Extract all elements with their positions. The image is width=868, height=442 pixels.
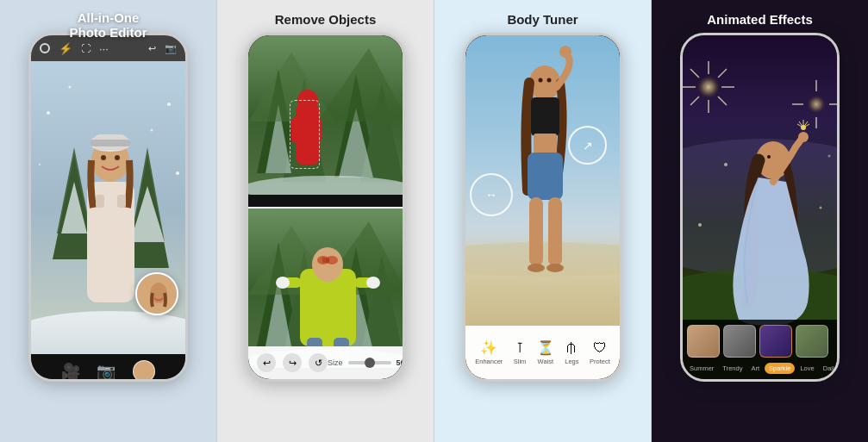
p4-bottom-panel: Summer Trendy Art Sparkle Love Daily — [683, 320, 837, 379]
svg-point-18 — [69, 86, 72, 89]
waist-adjuster-top[interactable]: ↗ — [568, 126, 607, 165]
body-adjuster-left[interactable]: ↔ — [470, 173, 513, 216]
avatar-bottom[interactable] — [133, 360, 155, 379]
svg-point-64 — [547, 78, 552, 83]
svg-point-21 — [39, 164, 41, 165]
svg-point-94 — [806, 94, 827, 115]
circle-icon — [40, 43, 50, 53]
legs-icon: ⫛ — [565, 340, 578, 356]
svg-rect-67 — [534, 134, 557, 155]
legs-label: Legs — [565, 358, 578, 365]
tab-daily[interactable]: Daily — [820, 363, 837, 374]
size-value: 50 — [397, 358, 403, 367]
svg-point-17 — [47, 111, 50, 115]
tab-love[interactable]: Love — [796, 363, 817, 374]
svg-point-22 — [176, 171, 179, 175]
p1-photo-area — [31, 61, 185, 354]
phone-screen-2: ↩ ↪ ↺ Size 50 — [248, 35, 403, 379]
svg-point-1 — [31, 311, 185, 354]
panel-animated-effects: Animated Effects — [652, 0, 868, 442]
svg-point-49 — [312, 247, 343, 282]
size-label: Size — [328, 358, 343, 367]
tab-summer[interactable]: Summer — [686, 363, 717, 374]
svg-rect-69 — [529, 197, 543, 266]
svg-rect-15 — [96, 195, 104, 208]
p4-content: Summer Trendy Art Sparkle Love Daily — [683, 35, 837, 379]
tab-trendy[interactable]: Trendy — [719, 363, 746, 374]
panel-body-tuner: Body Tuner — [434, 0, 652, 442]
redo-btn[interactable]: ↪ — [283, 353, 302, 372]
panel-remove-objects: Remove Objects — [216, 0, 434, 442]
svg-point-78 — [798, 132, 809, 142]
p2-slider-bar: ↩ ↪ ↺ Size 50 — [248, 346, 403, 379]
slider-thumb[interactable] — [365, 358, 375, 368]
panel-3-title: Body Tuner — [434, 12, 651, 27]
p2-bottom-photo: ↩ ↪ ↺ Size 50 — [248, 207, 403, 380]
svg-rect-68 — [528, 153, 563, 200]
p4-thumbnails-row — [683, 320, 837, 360]
svg-point-100 — [820, 207, 822, 209]
panel-2-title: Remove Objects — [217, 12, 434, 27]
more-icon[interactable]: ··· — [99, 42, 109, 55]
svg-point-101 — [698, 223, 702, 227]
camera-icon[interactable]: 📷 — [165, 43, 177, 54]
tab-art[interactable]: Art — [747, 363, 763, 374]
phone-screen-3: ↗ ↔ ✨ Enhancer ⊺ Slim ⏳ — [465, 35, 620, 379]
svg-rect-66 — [531, 97, 559, 136]
svg-point-85 — [696, 74, 721, 100]
selection-indicator — [290, 100, 320, 169]
thumb-3-active[interactable] — [759, 325, 792, 358]
thumb-4[interactable] — [796, 325, 828, 358]
svg-rect-52 — [322, 258, 329, 263]
waist-label: Waist — [538, 358, 553, 365]
slim-label: Slim — [514, 358, 527, 365]
thumb-1[interactable] — [687, 325, 720, 358]
undo-btn[interactable]: ↩ — [257, 353, 276, 372]
p2-top-svg — [248, 35, 403, 195]
tool-slim[interactable]: ⊺ Slim — [514, 339, 527, 365]
svg-point-56 — [366, 277, 380, 289]
svg-point-13 — [101, 155, 106, 160]
phone-frame-2: ↩ ↪ ↺ Size 50 — [246, 33, 405, 382]
tool-legs[interactable]: ⫛ Legs — [565, 340, 578, 365]
enhancer-icon: ✨ — [480, 339, 497, 356]
p1-bottom-bar: 🎥 📷 — [31, 354, 185, 379]
phone-frame-3: ↗ ↔ ✨ Enhancer ⊺ Slim ⏳ — [463, 33, 622, 382]
svg-point-20 — [151, 129, 153, 132]
svg-point-77 — [767, 155, 771, 159]
undo-icon[interactable]: ↩ — [148, 43, 156, 54]
video-cam-icon[interactable]: 🎥 — [61, 362, 80, 379]
panel-4-title: Animated Effects — [652, 12, 868, 27]
svg-rect-12 — [90, 140, 131, 146]
protect-icon: 🛡 — [593, 340, 607, 356]
slim-icon: ⊺ — [516, 339, 523, 356]
thumb-2[interactable] — [723, 325, 756, 358]
enhancer-label: Enhancer — [475, 358, 503, 365]
refresh-btn[interactable]: ↺ — [309, 353, 328, 372]
slider-track[interactable] — [348, 361, 391, 364]
expand-icon[interactable]: ⛶ — [81, 43, 91, 53]
tool-waist[interactable]: ⏳ Waist — [537, 339, 554, 365]
svg-point-63 — [539, 78, 543, 83]
tab-sparkle-active[interactable]: Sparkle — [765, 363, 795, 374]
p4-filter-tabs: Summer Trendy Art Sparkle Love Daily — [683, 360, 837, 379]
panel-1-title: All-in-One Photo Editor — [0, 10, 216, 40]
phone-screen-4: Summer Trendy Art Sparkle Love Daily — [683, 35, 837, 379]
p2-action-buttons: ↩ ↪ ↺ — [257, 353, 328, 372]
tool-protect[interactable]: 🛡 Protect — [590, 340, 610, 365]
svg-point-65 — [559, 46, 571, 58]
flash-icon[interactable]: ⚡ — [59, 42, 72, 55]
arrows-icon: ↔ — [485, 188, 497, 202]
svg-point-19 — [167, 103, 171, 106]
protect-label: Protect — [590, 358, 610, 365]
phone-frame-1: ⚡ ⛶ ··· ↩ 📷 — [28, 33, 188, 382]
tool-enhancer[interactable]: ✨ Enhancer — [475, 339, 503, 365]
p3-bottom-toolbar: ✨ Enhancer ⊺ Slim ⏳ Waist ⫛ Legs — [465, 326, 620, 379]
panel-all-in-one: All-in-One Photo Editor ⚡ ⛶ ··· ↩ 📷 — [0, 0, 216, 442]
phone-frame-4: Summer Trendy Art Sparkle Love Daily — [680, 33, 840, 382]
camera-bottom-icon[interactable]: 📷 — [97, 362, 116, 379]
p3-content: ↗ ↔ ✨ Enhancer ⊺ Slim ⏳ — [465, 35, 620, 379]
svg-rect-70 — [548, 197, 562, 266]
slider-section: Size 50 — [328, 358, 403, 367]
svg-rect-16 — [117, 195, 126, 208]
